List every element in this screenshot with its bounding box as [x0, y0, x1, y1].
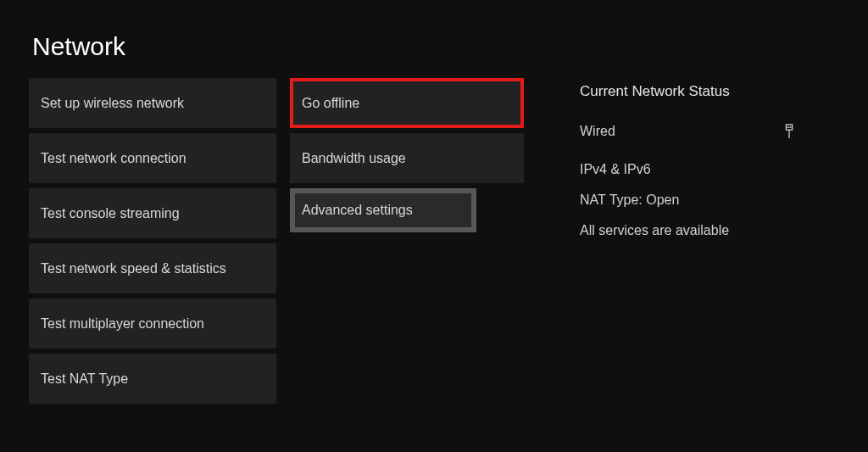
go-offline-button[interactable]: Go offline	[290, 78, 524, 128]
setup-wireless-button[interactable]: Set up wireless network	[29, 78, 276, 128]
status-column: Current Network Status Wired IPv4 & IPv6…	[537, 78, 800, 404]
status-connection-row: Wired	[580, 124, 800, 139]
test-network-speed-button[interactable]: Test network speed & statistics	[29, 243, 276, 293]
status-title: Current Network Status	[580, 83, 800, 100]
test-multiplayer-connection-button[interactable]: Test multiplayer connection	[29, 299, 276, 349]
bandwidth-usage-button[interactable]: Bandwidth usage	[290, 133, 524, 183]
middle-column: Go offline Bandwidth usage Advanced sett…	[290, 78, 524, 404]
status-nat: NAT Type: Open	[580, 193, 800, 207]
left-column: Set up wireless network Test network con…	[29, 78, 276, 404]
test-nat-type-button[interactable]: Test NAT Type	[29, 354, 276, 404]
status-ip: IPv4 & IPv6	[580, 163, 800, 176]
test-network-connection-button[interactable]: Test network connection	[29, 133, 276, 183]
page-title: Network	[0, 0, 868, 78]
test-console-streaming-button[interactable]: Test console streaming	[29, 188, 276, 238]
advanced-settings-button[interactable]: Advanced settings	[290, 188, 476, 232]
status-services: All services are available	[580, 224, 800, 237]
columns-container: Set up wireless network Test network con…	[0, 78, 868, 404]
wired-connection-icon	[783, 124, 795, 139]
status-connection-label: Wired	[580, 125, 615, 138]
